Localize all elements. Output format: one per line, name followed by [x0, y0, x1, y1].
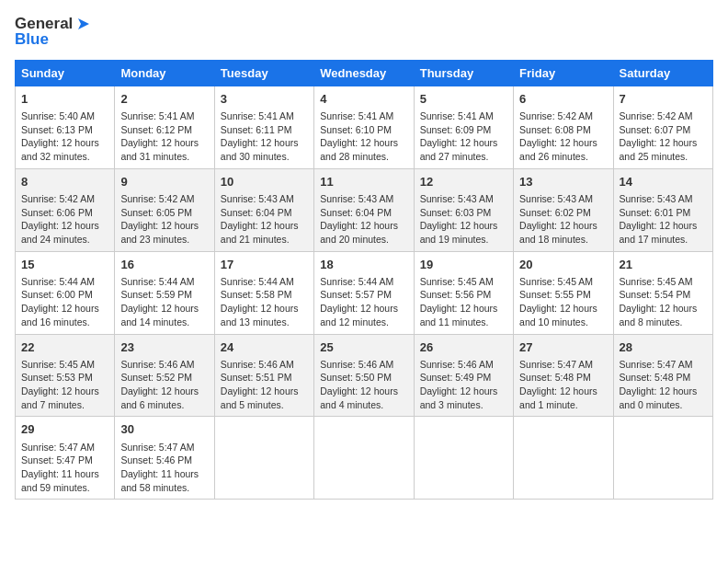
header-monday: Monday — [115, 60, 214, 86]
daylight-label: Daylight: 12 hours and 24 minutes. — [21, 219, 108, 246]
daylight-label: Daylight: 12 hours and 13 minutes. — [221, 302, 308, 328]
sunrise-info: Sunrise: 5:45 AM — [21, 358, 108, 372]
calendar-cell: 27 Sunrise: 5:47 AM Sunset: 5:48 PM Dayl… — [514, 334, 613, 417]
sunset-info: Sunset: 6:04 PM — [221, 206, 308, 220]
sunrise-info: Sunrise: 5:47 AM — [21, 441, 108, 454]
daylight-label: Daylight: 12 hours and 19 minutes. — [420, 219, 507, 246]
sunrise-info: Sunrise: 5:46 AM — [320, 358, 407, 372]
sunset-info: Sunset: 6:03 PM — [420, 206, 507, 220]
daylight-label: Daylight: 12 hours and 26 minutes. — [519, 136, 607, 163]
daylight-label: Daylight: 11 hours and 58 minutes. — [120, 467, 208, 494]
day-number: 20 — [519, 257, 607, 273]
daylight-label: Daylight: 12 hours and 11 minutes. — [420, 302, 507, 328]
calendar-cell: 24 Sunrise: 5:46 AM Sunset: 5:51 PM Dayl… — [214, 334, 313, 417]
sunset-info: Sunset: 6:09 PM — [420, 123, 507, 137]
sunset-info: Sunset: 5:58 PM — [221, 288, 308, 302]
day-number: 13 — [519, 174, 607, 190]
header-tuesday: Tuesday — [214, 60, 313, 86]
svg-marker-0 — [78, 18, 89, 29]
calendar-week-row: 22 Sunrise: 5:45 AM Sunset: 5:53 PM Dayl… — [16, 334, 713, 417]
calendar-cell: 22 Sunrise: 5:45 AM Sunset: 5:53 PM Dayl… — [16, 334, 115, 417]
daylight-label: Daylight: 12 hours and 4 minutes. — [320, 385, 407, 411]
sunset-info: Sunset: 6:00 PM — [21, 288, 108, 302]
day-number: 11 — [320, 174, 407, 190]
daylight-label: Daylight: 12 hours and 10 minutes. — [519, 302, 607, 328]
sunset-info: Sunset: 5:48 PM — [620, 371, 707, 385]
calendar-cell — [613, 417, 712, 500]
calendar-cell: 17 Sunrise: 5:44 AM Sunset: 5:58 PM Dayl… — [214, 251, 313, 334]
daylight-label: Daylight: 12 hours and 17 minutes. — [620, 219, 707, 246]
sunset-info: Sunset: 6:12 PM — [120, 123, 208, 137]
day-number: 4 — [320, 91, 407, 108]
calendar-cell: 26 Sunrise: 5:46 AM Sunset: 5:49 PM Dayl… — [414, 334, 513, 417]
header-saturday: Saturday — [613, 60, 712, 86]
daylight-label: Daylight: 12 hours and 25 minutes. — [620, 136, 707, 163]
page-header: General Blue — [15, 15, 713, 49]
daylight-label: Daylight: 12 hours and 12 minutes. — [320, 302, 407, 328]
calendar-cell: 11 Sunrise: 5:43 AM Sunset: 6:04 PM Dayl… — [314, 168, 414, 251]
day-number: 7 — [620, 91, 707, 108]
day-number: 25 — [320, 339, 407, 356]
sunset-info: Sunset: 5:57 PM — [320, 288, 407, 302]
calendar-cell: 18 Sunrise: 5:44 AM Sunset: 5:57 PM Dayl… — [314, 251, 414, 334]
calendar-cell: 30 Sunrise: 5:47 AM Sunset: 5:46 PM Dayl… — [115, 417, 214, 500]
calendar-cell: 25 Sunrise: 5:46 AM Sunset: 5:50 PM Dayl… — [314, 334, 414, 417]
sunset-info: Sunset: 6:08 PM — [519, 123, 607, 137]
daylight-label: Daylight: 12 hours and 28 minutes. — [320, 136, 407, 163]
daylight-label: Daylight: 12 hours and 7 minutes. — [21, 385, 108, 411]
sunrise-info: Sunrise: 5:42 AM — [21, 192, 108, 206]
sunrise-info: Sunrise: 5:41 AM — [120, 109, 208, 123]
day-number: 23 — [120, 339, 208, 356]
day-number: 1 — [21, 91, 108, 108]
day-number: 19 — [420, 257, 507, 273]
calendar-cell: 8 Sunrise: 5:42 AM Sunset: 6:06 PM Dayli… — [16, 168, 115, 251]
sunset-info: Sunset: 6:10 PM — [320, 123, 407, 137]
daylight-label: Daylight: 12 hours and 14 minutes. — [120, 302, 208, 328]
day-number: 17 — [221, 257, 308, 273]
calendar-cell: 13 Sunrise: 5:43 AM Sunset: 6:02 PM Dayl… — [514, 168, 613, 251]
daylight-label: Daylight: 12 hours and 30 minutes. — [221, 136, 308, 163]
sunset-info: Sunset: 5:46 PM — [120, 454, 208, 467]
calendar-cell — [314, 417, 414, 500]
logo-blue: Blue — [15, 31, 93, 49]
sunrise-info: Sunrise: 5:47 AM — [620, 358, 707, 372]
day-number: 22 — [21, 339, 108, 356]
sunrise-info: Sunrise: 5:47 AM — [519, 358, 607, 372]
sunrise-info: Sunrise: 5:45 AM — [519, 275, 607, 289]
calendar-cell: 10 Sunrise: 5:43 AM Sunset: 6:04 PM Dayl… — [214, 168, 313, 251]
sunrise-info: Sunrise: 5:43 AM — [420, 192, 507, 206]
sunset-info: Sunset: 6:11 PM — [221, 123, 308, 137]
sunrise-info: Sunrise: 5:42 AM — [519, 109, 607, 123]
daylight-label: Daylight: 12 hours and 32 minutes. — [21, 136, 108, 163]
day-number: 2 — [120, 91, 208, 108]
header-friday: Friday — [514, 60, 613, 86]
sunrise-info: Sunrise: 5:41 AM — [320, 109, 407, 123]
calendar-cell: 5 Sunrise: 5:41 AM Sunset: 6:09 PM Dayli… — [414, 86, 513, 168]
sunrise-info: Sunrise: 5:47 AM — [120, 441, 208, 454]
calendar-week-row: 1 Sunrise: 5:40 AM Sunset: 6:13 PM Dayli… — [16, 86, 713, 168]
sunrise-info: Sunrise: 5:44 AM — [21, 275, 108, 289]
calendar-cell: 16 Sunrise: 5:44 AM Sunset: 5:59 PM Dayl… — [115, 251, 214, 334]
sunrise-info: Sunrise: 5:41 AM — [221, 109, 308, 123]
calendar-cell: 14 Sunrise: 5:43 AM Sunset: 6:01 PM Dayl… — [613, 168, 712, 251]
header-wednesday: Wednesday — [314, 60, 414, 86]
day-number: 12 — [420, 174, 507, 190]
sunset-info: Sunset: 5:48 PM — [519, 371, 607, 385]
daylight-label: Daylight: 12 hours and 16 minutes. — [21, 302, 108, 328]
calendar-cell: 12 Sunrise: 5:43 AM Sunset: 6:03 PM Dayl… — [414, 168, 513, 251]
calendar-cell: 28 Sunrise: 5:47 AM Sunset: 5:48 PM Dayl… — [613, 334, 712, 417]
day-number: 15 — [21, 257, 108, 273]
calendar-cell: 3 Sunrise: 5:41 AM Sunset: 6:11 PM Dayli… — [214, 86, 313, 168]
day-number: 3 — [221, 91, 308, 108]
sunrise-info: Sunrise: 5:46 AM — [120, 358, 208, 372]
calendar-week-row: 29 Sunrise: 5:47 AM Sunset: 5:47 PM Dayl… — [16, 417, 713, 500]
sunrise-info: Sunrise: 5:46 AM — [420, 358, 507, 372]
logo: General Blue — [15, 15, 93, 49]
sunrise-info: Sunrise: 5:43 AM — [620, 192, 707, 206]
sunset-info: Sunset: 6:13 PM — [21, 123, 108, 137]
calendar-cell: 21 Sunrise: 5:45 AM Sunset: 5:54 PM Dayl… — [613, 251, 712, 334]
daylight-label: Daylight: 11 hours and 59 minutes. — [21, 467, 108, 494]
sunrise-info: Sunrise: 5:44 AM — [120, 275, 208, 289]
daylight-label: Daylight: 12 hours and 1 minute. — [519, 385, 607, 411]
day-number: 9 — [120, 174, 208, 190]
